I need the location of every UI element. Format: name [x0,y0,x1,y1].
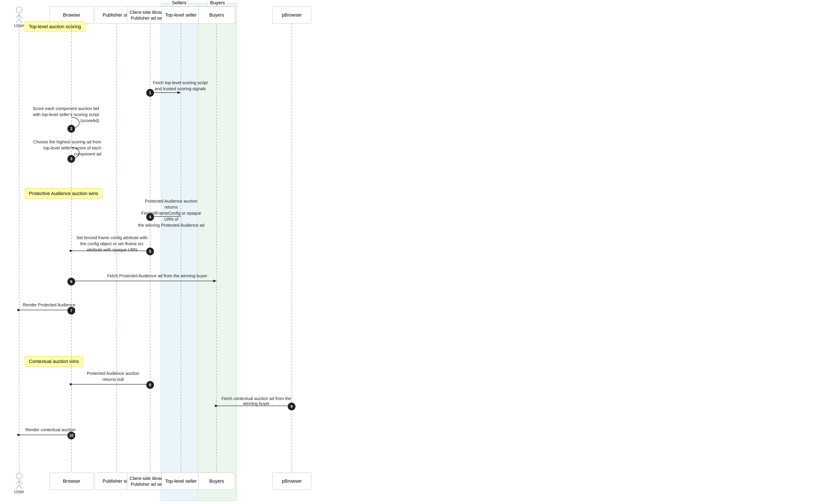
svg-line-10 [16,485,19,489]
svg-line-11 [19,485,22,489]
browser-top: Browser [50,6,94,24]
label-protective-audience: Protective Audience auction wins [25,188,102,199]
buyers-group-label: Buyers [208,0,227,6]
step-3: 3 [67,155,75,163]
step-9: 9 [288,403,295,410]
svg-line-4 [16,19,19,22]
msg8-text: Protected Audience auctionreturns null [73,370,153,382]
label-contextual-auction: Contextual auction wins [25,356,83,367]
step-8: 8 [146,381,154,389]
msg5-text: Set fenced frame config attribute withth… [71,235,153,253]
msg7-text: Render Protected Audience ad [19,302,76,312]
svg-line-9 [19,481,22,484]
top-seller-top: Top-level seller [161,6,200,24]
svg-point-6 [16,473,22,479]
svg-line-2 [16,15,19,18]
msg9-text: Fetch contextual auction ad from the win… [217,396,295,406]
step-2: 2 [67,125,75,133]
buyers-top: Buyers [198,6,235,24]
step-7: 7 [67,307,75,314]
sellers-group-label: Sellers [169,0,189,6]
pbrowser-top: pBrowser [273,6,311,24]
svg-line-5 [19,19,22,22]
sequence-diagram: Sellers Buyers Browser Publisher site Cl… [0,0,827,504]
msg3-text: Choose the highest scoring ad fromtop-le… [24,139,101,157]
step-10: 10 [67,432,75,440]
svg-point-0 [16,7,22,13]
msg1-text: Fetch top-level scoring scriptand truste… [150,80,210,92]
buyers-bottom: Buyers [198,472,235,490]
msg6-text: Fetch Protected Audience ad from the win… [103,273,211,279]
step-1: 1 [146,89,154,97]
svg-line-3 [19,15,22,18]
browser-bottom: Browser [50,472,94,490]
top-seller-bottom: Top-level seller [161,472,200,490]
buyers-group: Buyers [198,3,237,501]
msg2-text: Score each component auction bidwith top… [24,105,99,123]
user-top: User [14,6,25,29]
user-bottom: User [14,472,25,495]
label-top-level-auction: Top-level auction scoring [25,21,85,32]
pbrowser-bottom: pBrowser [273,472,311,490]
step-5: 5 [146,248,154,255]
step-4: 4 [146,213,154,221]
step-6: 6 [67,278,75,286]
msg4-text: Protected Audience auction returnsFenced… [138,198,205,228]
sellers-group: Sellers [161,3,197,501]
svg-line-8 [16,481,19,484]
